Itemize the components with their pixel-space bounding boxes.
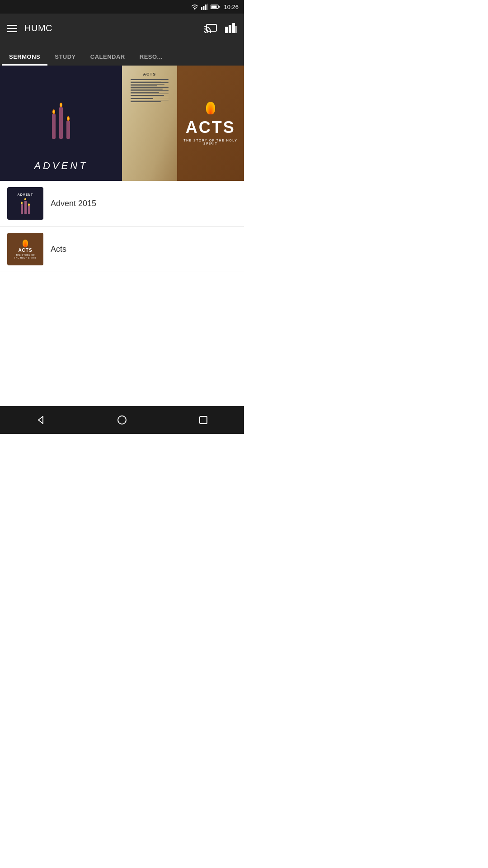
svg-rect-9 <box>225 27 228 33</box>
svg-point-0 <box>194 8 196 9</box>
sermon-title: Advent 2015 <box>51 199 96 208</box>
app-header: HUMC <box>0 14 244 43</box>
app-title: HUMC <box>24 23 52 33</box>
signal-icon <box>201 4 208 10</box>
recent-icon <box>199 415 208 425</box>
acts-thumb-content: ACTS THE STORY OFTHE HOLY SPIRIT <box>7 233 43 265</box>
banner-carousel: ADVENT ACTS <box>0 66 244 181</box>
candle-flame-3 <box>67 116 70 121</box>
svg-rect-12 <box>235 26 237 33</box>
candle-flame-2 <box>60 103 62 107</box>
acts-bible-image: ACTS <box>122 66 177 181</box>
bible-label: ACTS <box>143 72 156 76</box>
bottom-nav-bar <box>0 406 244 434</box>
tab-calendar[interactable]: CALENDAR <box>83 48 132 66</box>
svg-rect-4 <box>207 4 209 10</box>
home-icon <box>117 415 127 425</box>
recent-apps-button[interactable] <box>190 406 217 434</box>
status-time: 10:26 <box>224 4 239 10</box>
back-icon <box>36 415 46 425</box>
status-bar: 10:26 <box>0 0 244 14</box>
bar-chart-icon[interactable] <box>225 23 237 34</box>
acts-flame-icon <box>206 102 215 114</box>
cast-icon[interactable] <box>204 23 217 34</box>
battery-icon <box>211 4 220 9</box>
svg-rect-15 <box>200 416 207 424</box>
candle-flame-1 <box>52 109 55 114</box>
svg-rect-7 <box>211 6 217 8</box>
acts-banner[interactable]: ACTS <box>122 66 244 181</box>
svg-rect-2 <box>203 6 205 10</box>
candle-2 <box>59 103 63 139</box>
advent-content: ADVENT <box>0 66 122 181</box>
svg-marker-13 <box>38 416 43 424</box>
list-item[interactable]: ACTS THE STORY OFTHE HOLY SPIRIT Acts <box>0 226 244 272</box>
svg-rect-3 <box>205 5 206 10</box>
nav-tabs: SERMONS STUDY CALENDAR RESO... <box>0 43 244 66</box>
sermon-thumbnail-advent: ADVENT <box>7 187 43 220</box>
candle-1 <box>52 109 56 139</box>
wifi-icon <box>191 4 199 10</box>
svg-rect-1 <box>201 7 202 10</box>
tab-study[interactable]: STUDY <box>47 48 83 66</box>
advent-banner-text: ADVENT <box>34 160 88 171</box>
sermon-list: ADVENT Advent 2015 <box>0 181 244 272</box>
back-button[interactable] <box>27 406 54 434</box>
tab-sermons[interactable]: SERMONS <box>2 48 47 66</box>
status-icons: 10:26 <box>191 4 239 10</box>
sermon-title: Acts <box>51 245 66 254</box>
svg-rect-11 <box>232 23 235 33</box>
list-item[interactable]: ADVENT Advent 2015 <box>0 181 244 226</box>
advent-thumb-content: ADVENT <box>7 187 43 220</box>
header-right <box>204 23 237 34</box>
acts-text-area: ACTS THE STORY OF THE HOLY SPIRIT <box>177 66 244 181</box>
advent-banner[interactable]: ADVENT <box>0 66 122 181</box>
tab-resources[interactable]: RESO... <box>132 48 170 66</box>
acts-title: ACTS <box>186 118 235 137</box>
acts-subtitle: THE STORY OF THE HOLY SPIRIT <box>177 139 244 145</box>
svg-point-14 <box>118 416 126 424</box>
svg-rect-10 <box>229 25 231 33</box>
candle-3 <box>66 116 70 139</box>
home-button[interactable] <box>108 406 136 434</box>
menu-button[interactable] <box>7 25 17 32</box>
svg-rect-6 <box>219 6 220 8</box>
sermon-thumbnail-acts: ACTS THE STORY OFTHE HOLY SPIRIT <box>7 233 43 265</box>
header-left: HUMC <box>7 23 52 33</box>
candles-decoration <box>52 103 70 139</box>
